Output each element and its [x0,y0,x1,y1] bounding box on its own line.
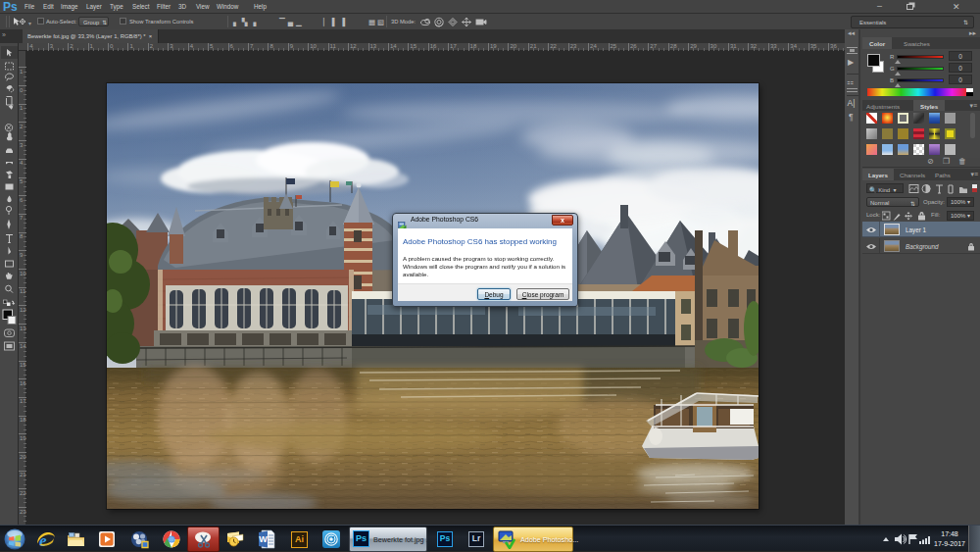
svg-text:W: W [259,534,268,544]
